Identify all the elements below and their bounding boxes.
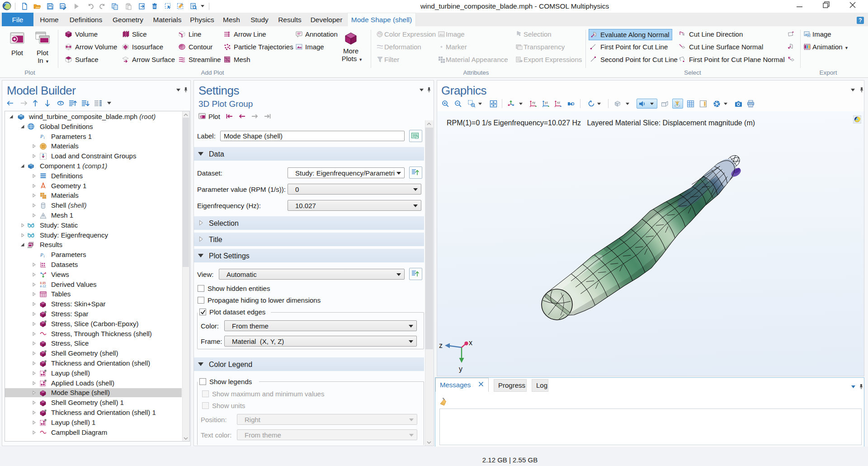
- svg-text:e-12: e-12: [40, 285, 46, 288]
- svg-text:xy: xy: [532, 101, 536, 105]
- svg-text:P: P: [40, 252, 43, 257]
- svg-text:8.85: 8.85: [40, 281, 46, 285]
- svg-text:i: i: [44, 254, 45, 258]
- svg-text:P: P: [40, 133, 43, 139]
- svg-text:i: i: [44, 136, 45, 140]
- svg-text:yz: yz: [545, 101, 548, 105]
- svg-text:xz: xz: [557, 101, 561, 104]
